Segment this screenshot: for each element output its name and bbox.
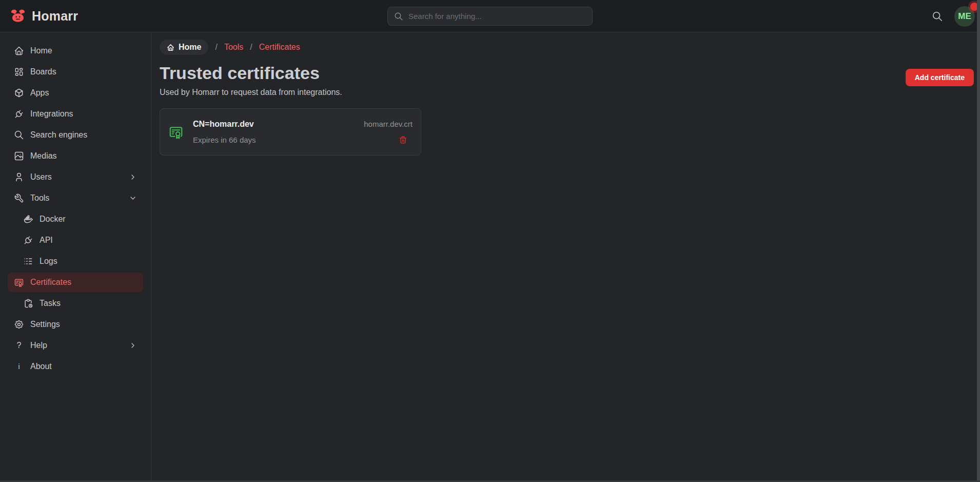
- sidebar-item-label: Docker: [40, 215, 66, 224]
- global-search-input[interactable]: [408, 12, 586, 21]
- sidebar-item-apps[interactable]: Apps: [8, 83, 143, 103]
- sidebar-item-label: Logs: [40, 257, 57, 266]
- search-icon: [932, 11, 943, 22]
- sidebar-item-users[interactable]: Users: [8, 167, 143, 187]
- docker-icon: [23, 214, 33, 224]
- info-icon: i: [14, 362, 24, 371]
- certificate-file-name: homarr.dev.crt: [364, 120, 413, 128]
- sidebar-item-label: Apps: [30, 88, 49, 98]
- add-certificate-button[interactable]: Add certificate: [906, 69, 974, 86]
- sidebar-item-logs[interactable]: Logs: [8, 252, 143, 271]
- breadcrumb-home-pill[interactable]: Home: [160, 40, 208, 55]
- chevron-down-icon: [129, 194, 137, 202]
- sidebar-item-label: Tasks: [40, 299, 61, 308]
- question-mark-icon: ?: [14, 341, 24, 350]
- breadcrumb: Home / Tools / Certificates: [160, 40, 974, 55]
- trash-icon: [399, 136, 407, 144]
- avatar-initials: ME: [958, 11, 971, 22]
- sidebar-nav: Home Boards Apps Integrations Search eng…: [0, 32, 151, 482]
- sidebar-item-label: Home: [30, 46, 52, 55]
- sidebar-item-label: Settings: [30, 320, 60, 329]
- certificate-icon: [14, 277, 24, 287]
- sidebar-item-boards[interactable]: Boards: [8, 62, 143, 82]
- certificate-expiry: Expires in 66 days: [193, 136, 256, 144]
- tasks-clipboard-icon: [23, 298, 33, 309]
- breadcrumb-link-tools[interactable]: Tools: [224, 43, 243, 52]
- certificate-card: CN=homarr.dev homarr.dev.crt Expires in …: [160, 108, 421, 156]
- plug-icon: [23, 235, 33, 245]
- breadcrumb-link-certificates[interactable]: Certificates: [259, 43, 300, 52]
- sidebar-item-about[interactable]: i About: [8, 357, 143, 376]
- main-content: Home / Tools / Certificates Trusted cert…: [151, 32, 980, 482]
- photo-icon: [14, 151, 24, 161]
- vertical-scrollbar[interactable]: [977, 0, 980, 482]
- sidebar-item-integrations[interactable]: Integrations: [8, 104, 143, 124]
- page-subtitle: Used by Homarr to request data from inte…: [160, 88, 342, 97]
- search-icon: [394, 12, 403, 21]
- user-icon: [14, 172, 24, 182]
- user-avatar[interactable]: ME: [954, 6, 975, 27]
- app-title: Homarr: [32, 9, 78, 24]
- breadcrumb-home-label: Home: [179, 43, 201, 52]
- sidebar-item-label: Search engines: [30, 130, 87, 140]
- delete-certificate-button[interactable]: [399, 136, 407, 144]
- certificate-icon: [168, 124, 184, 140]
- sidebar-item-docker[interactable]: Docker: [8, 209, 143, 229]
- sidebar-item-medias[interactable]: Medias: [8, 146, 143, 166]
- plug-icon: [14, 109, 24, 119]
- search-icon: [14, 130, 24, 140]
- layout-dashboard-icon: [14, 67, 24, 77]
- sidebar-item-label: About: [30, 362, 52, 371]
- certificate-common-name: CN=homarr.dev: [193, 120, 254, 129]
- gear-icon: [14, 319, 24, 330]
- sidebar-item-label: Certificates: [30, 278, 71, 287]
- box-icon: [14, 88, 24, 98]
- chevron-right-icon: [129, 341, 137, 350]
- page-title: Trusted certificates: [160, 62, 342, 84]
- sidebar-item-api[interactable]: API: [8, 230, 143, 250]
- homarr-lobster-icon: [9, 7, 27, 25]
- sidebar-item-settings[interactable]: Settings: [8, 315, 143, 334]
- sidebar-item-search-engines[interactable]: Search engines: [8, 125, 143, 145]
- sidebar-item-label: Integrations: [30, 109, 73, 119]
- home-icon: [14, 46, 24, 56]
- sidebar-item-label: Tools: [30, 194, 49, 203]
- sidebar-item-tasks[interactable]: Tasks: [8, 294, 143, 313]
- global-search[interactable]: [387, 7, 593, 26]
- sidebar-item-label: Boards: [30, 67, 56, 76]
- tool-icon: [14, 193, 24, 203]
- home-icon: [167, 44, 174, 51]
- sidebar-item-tools[interactable]: Tools: [8, 188, 143, 208]
- sidebar-item-label: Users: [30, 172, 52, 182]
- sidebar-item-label: Medias: [30, 151, 57, 161]
- sidebar-item-label: Help: [30, 341, 47, 350]
- sidebar-item-help[interactable]: ? Help: [8, 336, 143, 355]
- sidebar-item-home[interactable]: Home: [8, 41, 143, 61]
- app-logo[interactable]: Homarr: [9, 7, 78, 25]
- app-header: Homarr ME: [0, 0, 980, 32]
- header-search-button[interactable]: [932, 11, 943, 22]
- breadcrumb-separator: /: [250, 43, 252, 52]
- logs-icon: [23, 256, 33, 266]
- breadcrumb-separator: /: [215, 43, 217, 52]
- chevron-right-icon: [129, 173, 137, 181]
- sidebar-item-certificates[interactable]: Certificates: [8, 273, 143, 292]
- sidebar-item-label: API: [40, 236, 53, 245]
